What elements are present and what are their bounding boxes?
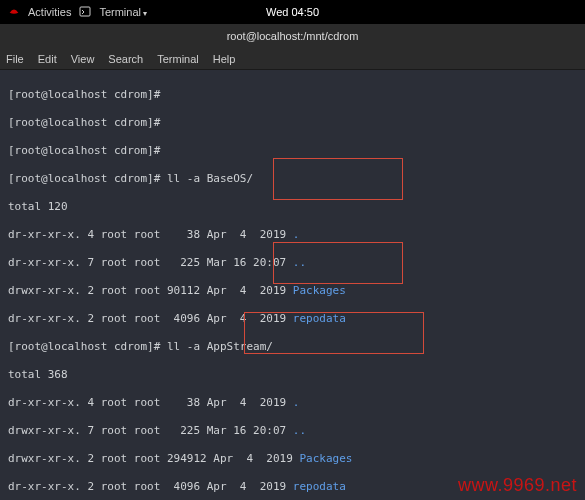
total-line: total 120 bbox=[8, 200, 577, 214]
menu-terminal[interactable]: Terminal bbox=[157, 53, 199, 65]
prompt-line: [root@localhost cdrom]# bbox=[8, 88, 577, 102]
ls-row: drwxr-xr-x. 7 root root 225 Mar 16 20:07… bbox=[8, 424, 577, 438]
watermark-text: www.9969.net bbox=[458, 475, 577, 496]
hat-icon bbox=[8, 6, 20, 18]
ls-row: dr-xr-xr-x. 7 root root 225 Mar 16 20:07… bbox=[8, 256, 577, 270]
gnome-topbar: Activities Terminal▾ Wed 04:50 bbox=[0, 0, 585, 24]
terminal-view[interactable]: [root@localhost cdrom]# [root@localhost … bbox=[0, 70, 585, 500]
chevron-down-icon: ▾ bbox=[143, 9, 147, 18]
menu-search[interactable]: Search bbox=[108, 53, 143, 65]
menu-file[interactable]: File bbox=[6, 53, 24, 65]
menu-edit[interactable]: Edit bbox=[38, 53, 57, 65]
clock[interactable]: Wed 04:50 bbox=[266, 6, 319, 18]
total-line: total 368 bbox=[8, 368, 577, 382]
terminal-icon bbox=[79, 6, 91, 18]
app-menu-label[interactable]: Terminal▾ bbox=[99, 6, 147, 18]
menu-help[interactable]: Help bbox=[213, 53, 236, 65]
activities-button[interactable]: Activities bbox=[28, 6, 71, 18]
menu-view[interactable]: View bbox=[71, 53, 95, 65]
svg-rect-0 bbox=[80, 7, 90, 16]
ls-row: drwxr-xr-x. 2 root root 90112 Apr 4 2019… bbox=[8, 284, 577, 298]
prompt-line: [root@localhost cdrom]# bbox=[8, 116, 577, 130]
ls-row: dr-xr-xr-x. 2 root root 4096 Apr 4 2019 … bbox=[8, 312, 577, 326]
ls-row: drwxr-xr-x. 2 root root 294912 Apr 4 201… bbox=[8, 452, 577, 466]
window-title: root@localhost:/mnt/cdrom bbox=[227, 30, 359, 42]
prompt-line: [root@localhost cdrom]# bbox=[8, 144, 577, 158]
ls-row: dr-xr-xr-x. 4 root root 38 Apr 4 2019 . bbox=[8, 228, 577, 242]
menubar: File Edit View Search Terminal Help bbox=[0, 48, 585, 70]
prompt-line: [root@localhost cdrom]# ll -a AppStream/ bbox=[8, 340, 577, 354]
window-titlebar: root@localhost:/mnt/cdrom bbox=[0, 24, 585, 48]
ls-row: dr-xr-xr-x. 4 root root 38 Apr 4 2019 . bbox=[8, 396, 577, 410]
prompt-line: [root@localhost cdrom]# ll -a BaseOS/ bbox=[8, 172, 577, 186]
